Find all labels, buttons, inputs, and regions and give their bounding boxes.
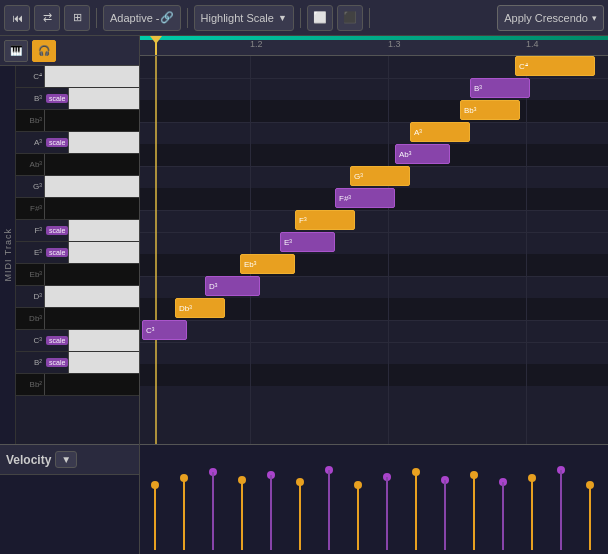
velocity-bar-6[interactable] — [325, 466, 333, 554]
piano-row-bb3[interactable]: Bb³ — [16, 110, 139, 132]
right-panel[interactable]: 1.2 1.3 1.4 — [140, 36, 608, 554]
velocity-bar-9[interactable] — [412, 468, 420, 554]
piano-key-ab3[interactable] — [44, 154, 139, 175]
velocity-line-14 — [560, 470, 562, 550]
velocity-bar-11[interactable] — [470, 471, 478, 554]
adaptive-button[interactable]: Adaptive - 🔗 — [103, 5, 181, 31]
grid-h-9 — [140, 254, 608, 276]
piano-row-eb3[interactable]: Eb³ — [16, 264, 139, 286]
note-a3[interactable]: A³ — [410, 122, 470, 142]
piano-row-f3[interactable]: F³ scale — [16, 220, 139, 242]
note-label-fs3: F#³ — [16, 204, 44, 213]
grid-h-8 — [140, 232, 608, 233]
velocity-bar-2[interactable] — [209, 468, 217, 554]
scale-badge-a3: scale — [46, 138, 68, 147]
velocity-bar-1[interactable] — [180, 474, 188, 554]
velocity-bar-15[interactable] — [586, 481, 594, 554]
velocity-bar-0[interactable] — [151, 481, 159, 554]
grid-button[interactable]: ⊞ — [64, 5, 90, 31]
piano-key-eb3[interactable] — [44, 264, 139, 285]
highlight-scale-button[interactable]: Highlight Scale ▼ — [194, 5, 294, 31]
piano-key-bb2[interactable] — [44, 374, 139, 395]
view-single-button[interactable]: ⬜ — [307, 5, 333, 31]
note-d3[interactable]: D³ — [205, 276, 260, 296]
velocity-bar-7[interactable] — [354, 481, 362, 554]
velocity-line-2 — [212, 472, 214, 550]
loop-button[interactable]: ⇄ — [34, 5, 60, 31]
toolbar: ⏮ ⇄ ⊞ Adaptive - 🔗 Highlight Scale ▼ ⬜ ⬛… — [0, 0, 608, 36]
playhead-arrow — [150, 36, 162, 44]
grid-v-3 — [526, 56, 527, 444]
velocity-line-11 — [473, 475, 475, 550]
piano-key-b3[interactable] — [68, 88, 139, 109]
piano-key-a3[interactable] — [68, 132, 139, 153]
scale-badge-b3: scale — [46, 94, 68, 103]
piano-row-ab3[interactable]: Ab³ — [16, 154, 139, 176]
velocity-bar-5[interactable] — [296, 478, 304, 554]
note-eb3[interactable]: Eb³ — [240, 254, 295, 274]
piano-key-c3[interactable] — [68, 330, 139, 351]
note-label-b3: B³ — [16, 94, 44, 103]
velocity-line-7 — [357, 485, 359, 550]
piano-row-b3[interactable]: B³ scale — [16, 88, 139, 110]
grid-h-3 — [140, 122, 608, 123]
grid-h-13 — [140, 342, 608, 343]
apply-crescendo-button[interactable]: Apply Crescendo ▾ — [497, 5, 604, 31]
separator-3 — [300, 8, 301, 28]
note-grid[interactable]: C³ Db³ D³ Eb³ E³ F³ F#³ G³ Ab³ A³ Bb³ B³… — [140, 56, 608, 444]
grid-v-2 — [388, 56, 389, 444]
piano-row-a3[interactable]: A³ scale — [16, 132, 139, 154]
piano-row-db3[interactable]: Db³ — [16, 308, 139, 330]
velocity-bar-8[interactable] — [383, 473, 391, 554]
piano-row-g3[interactable]: G³ — [16, 176, 139, 198]
headphone-icon-button[interactable]: 🎧 — [32, 40, 56, 62]
piano-row-c3[interactable]: C³ scale — [16, 330, 139, 352]
note-f3[interactable]: F³ — [295, 210, 355, 230]
apply-crescendo-arrow: ▾ — [592, 13, 597, 23]
note-b3[interactable]: B³ — [470, 78, 530, 98]
piano-row-b2[interactable]: B² scale — [16, 352, 139, 374]
piano-key-e3[interactable] — [68, 242, 139, 263]
timeline-marker-1-3: 1.3 — [388, 39, 401, 49]
piano-key-c4[interactable] — [44, 66, 139, 87]
note-fs3[interactable]: F#³ — [335, 188, 395, 208]
grid-h-2 — [140, 100, 608, 122]
piano-row-fs3[interactable]: F#³ — [16, 198, 139, 220]
piano-key-db3[interactable] — [44, 308, 139, 329]
piano-key-bb3[interactable] — [44, 110, 139, 131]
piano-row-bb2[interactable]: Bb² — [16, 374, 139, 396]
note-label-e3: E³ — [16, 248, 44, 257]
piano-key-b2[interactable] — [68, 352, 139, 373]
view-double-button[interactable]: ⬛ — [337, 5, 363, 31]
piano-row-c4[interactable]: C⁴ — [16, 66, 139, 88]
piano-key-fs3[interactable] — [44, 198, 139, 219]
grid-h-1 — [140, 78, 608, 79]
note-e3[interactable]: E³ — [280, 232, 335, 252]
note-ab3[interactable]: Ab³ — [395, 144, 450, 164]
note-db3[interactable]: Db³ — [175, 298, 225, 318]
piano-icon-button[interactable]: 🎹 — [4, 40, 28, 62]
note-bb3[interactable]: Bb³ — [460, 100, 520, 120]
grid-h-7 — [140, 210, 608, 211]
piano-key-f3[interactable] — [68, 220, 139, 241]
velocity-bar-12[interactable] — [499, 478, 507, 554]
velocity-line-8 — [386, 477, 388, 550]
piano-row-d3[interactable]: D³ — [16, 286, 139, 308]
note-g3[interactable]: G³ — [350, 166, 410, 186]
velocity-bar-3[interactable] — [238, 476, 246, 554]
timeline-bar: 1.2 1.3 1.4 — [140, 36, 608, 56]
velocity-bar-10[interactable] — [441, 476, 449, 554]
velocity-line-4 — [270, 475, 272, 550]
velocity-bar-13[interactable] — [528, 474, 536, 554]
note-c4[interactable]: C⁴ — [515, 56, 595, 76]
apply-crescendo-label: Apply Crescendo — [504, 12, 588, 24]
velocity-dropdown[interactable]: ▼ — [55, 451, 77, 468]
piano-key-g3[interactable] — [44, 176, 139, 197]
velocity-bar-4[interactable] — [267, 471, 275, 554]
piano-row-e3[interactable]: E³ scale — [16, 242, 139, 264]
piano-key-d3[interactable] — [44, 286, 139, 307]
rewind-button[interactable]: ⏮ — [4, 5, 30, 31]
note-c3[interactable]: C³ — [142, 320, 187, 340]
velocity-bar-14[interactable] — [557, 466, 565, 554]
velocity-line-9 — [415, 472, 417, 550]
